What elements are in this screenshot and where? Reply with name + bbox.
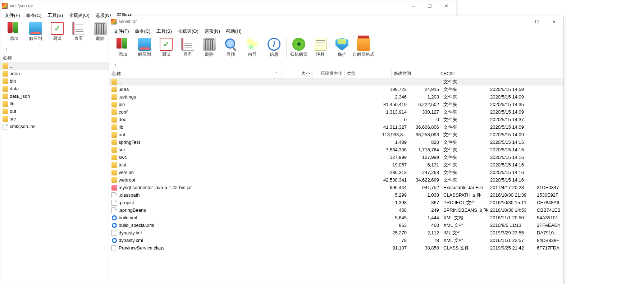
- toolbar-comment-button[interactable]: 注释: [310, 37, 331, 59]
- menu-item[interactable]: 命令(C): [23, 12, 45, 19]
- menu-item[interactable]: 选项(N): [201, 27, 223, 35]
- list-item[interactable]: .springBeans458249SPRINGBEANS 文件2016/10/…: [109, 206, 563, 214]
- titlebar[interactable]: xml2json.rar – ☐ ✕: [0, 0, 456, 11]
- col-name[interactable]: 名称▴: [109, 69, 282, 78]
- menu-item[interactable]: 帮助(H): [223, 27, 245, 35]
- file-modified: 2019/9/25 21:42: [488, 245, 535, 251]
- file-name: src: [119, 147, 125, 152]
- up-arrow-icon[interactable]: ↑: [5, 46, 8, 52]
- file-name: webroot: [119, 177, 135, 183]
- list-item[interactable]: .settings2,3461,203文件夹2020/5/15 14:09: [109, 93, 563, 101]
- file-icon: [111, 245, 117, 251]
- toolbar-extract-button[interactable]: 解压到: [25, 21, 46, 43]
- toolbar-del-button[interactable]: 删除: [198, 37, 220, 59]
- file-packed: 247,263: [409, 170, 441, 175]
- toolbar-find-button[interactable]: 查找: [220, 37, 242, 59]
- file-modified: 2020/5/15 14:15: [488, 147, 535, 152]
- list-item[interactable]: conf1,313,914330,127文件夹2020/5/15 14:09: [109, 108, 563, 116]
- col-modified[interactable]: 修改时间: [392, 69, 438, 78]
- menu-item[interactable]: 工具(S): [154, 27, 175, 35]
- list-item[interactable]: swc127,999127,999文件夹2020/5/15 14:16: [109, 154, 563, 161]
- up-arrow-icon[interactable]: ↑: [114, 62, 117, 68]
- toolbar-add-button[interactable]: 添加: [112, 37, 134, 59]
- col-crc[interactable]: CRC32: [438, 70, 467, 77]
- list-item[interactable]: webroot42,538,34134,622,699文件夹2020/5/15 …: [109, 176, 563, 184]
- minimize-button[interactable]: –: [512, 17, 529, 27]
- menu-item[interactable]: 收藏夹(O): [175, 27, 201, 35]
- list-item[interactable]: ..文件夹: [109, 78, 563, 86]
- minimize-button[interactable]: –: [405, 1, 421, 11]
- file-type: 文件夹: [441, 147, 488, 153]
- file-icon: [3, 124, 8, 129]
- list-item[interactable]: bin81,450,4106,222,502文件夹2020/5/15 14:35: [109, 101, 563, 108]
- list-item[interactable]: ProvinceService.class91,13738,858CLASS 文…: [109, 244, 563, 252]
- file-type: XML 文档: [441, 222, 488, 229]
- list-item[interactable]: test19,0576,131文件夹2020/5/15 14:16: [109, 161, 563, 169]
- list-item[interactable]: dynasty.iml25,2702,112IML 文件2019/3/29 23…: [109, 229, 563, 237]
- test-icon: [51, 22, 64, 35]
- toolbar-label: 查看: [183, 51, 192, 58]
- col-type[interactable]: 类型: [345, 69, 392, 78]
- list-item[interactable]: doc00文件夹2020/5/15 14:37: [109, 116, 563, 123]
- list-item[interactable]: springTest1,489820文件夹2020/5/15 14:15: [109, 138, 563, 146]
- toolbar-test-button[interactable]: 测试: [155, 37, 177, 59]
- add-icon: [8, 22, 20, 35]
- col-size[interactable]: 大小: [282, 69, 312, 78]
- menu-item[interactable]: 命令(C): [132, 27, 154, 35]
- file-name: build.xml: [119, 215, 137, 220]
- file-list[interactable]: ..文件夹.idea199,72324,915文件夹2020/5/15 14:5…: [109, 78, 563, 252]
- file-modified: 2020/5/15 14:16: [488, 162, 535, 168]
- col-packed[interactable]: 压缩后大小: [312, 69, 345, 78]
- list-item[interactable]: lib41,311,32736,606,806文件夹2020/5/15 14:0…: [109, 123, 563, 131]
- file-type: 文件夹: [441, 94, 488, 100]
- file-type: 文件夹: [441, 139, 488, 146]
- titlebar[interactable]: server.rar – ☐ ✕: [109, 16, 563, 27]
- toolbar-view-button[interactable]: 查看: [68, 21, 90, 43]
- toolbar-label: 保护: [338, 51, 346, 58]
- list-item[interactable]: .classpath5,2991,038CLASSPATH 文件2016/10/…: [109, 191, 563, 199]
- toolbar-test-button[interactable]: 测试: [46, 21, 68, 43]
- maximize-button[interactable]: ☐: [421, 1, 438, 11]
- toolbar-info-button[interactable]: i信息: [263, 37, 285, 59]
- maximize-button[interactable]: ☐: [529, 17, 545, 27]
- file-modified: 2016/11/1 20:50: [488, 215, 535, 220]
- list-item[interactable]: .project1,398367PROJECT 文件2016/10/30 15:…: [109, 199, 563, 206]
- file-type: IML 文件: [441, 230, 488, 236]
- folder-icon: [111, 132, 117, 138]
- toolbar-protect-button[interactable]: 保护: [331, 37, 353, 59]
- toolbar-virus-button[interactable]: 扫描病毒: [288, 37, 310, 59]
- folder-icon: [111, 124, 117, 130]
- file-crc: CF7848A6: [535, 200, 563, 205]
- toolbar-del-button[interactable]: 删除: [90, 21, 111, 43]
- list-item[interactable]: out113,993,8...96,258,093文件夹2020/5/15 14…: [109, 131, 563, 138]
- close-button[interactable]: ✕: [545, 17, 562, 27]
- file-packed: 6,222,502: [409, 102, 441, 107]
- list-item[interactable]: src7,534,3081,716,764文件夹2020/5/15 14:15: [109, 146, 563, 154]
- list-item[interactable]: .idea199,72324,915文件夹2020/5/15 14:59: [109, 86, 563, 93]
- toolbar-wiz-button[interactable]: 向导: [242, 37, 263, 59]
- toolbar-label: 注释: [316, 51, 325, 58]
- file-packed: 24,915: [409, 87, 441, 92]
- close-button[interactable]: ✕: [438, 1, 455, 11]
- toolbar-extract-button[interactable]: 解压到: [134, 37, 155, 59]
- list-item[interactable]: build_special.xml863460XML 文档2010/8/6 11…: [109, 221, 563, 229]
- list-item[interactable]: mysql-connector-java-5.1.42-bin.jar996,4…: [109, 184, 563, 191]
- file-name: .project: [119, 200, 134, 205]
- wiz-icon: [246, 38, 259, 51]
- file-type: 文件夹: [441, 162, 488, 168]
- list-item[interactable]: build.xml5,6451,444XML 文档2016/11/1 20:50…: [109, 214, 563, 221]
- toolbar-label: 添加: [119, 51, 127, 58]
- menu-item[interactable]: 文件(F): [2, 12, 23, 19]
- list-item[interactable]: dynasty.xml7878XML 文档2016/11/1 22:5784DB…: [109, 237, 563, 244]
- menu-item[interactable]: 收藏夹(O): [66, 12, 92, 19]
- file-packed: 820: [409, 139, 441, 145]
- toolbar-sfx-button[interactable]: 自解压格式: [353, 37, 374, 59]
- toolbar-add-button[interactable]: 添加: [3, 21, 25, 43]
- file-name: bin: [10, 78, 16, 84]
- list-item[interactable]: version286,313247,263文件夹2020/5/15 14:16: [109, 169, 563, 176]
- file-type: 文件夹: [441, 177, 488, 183]
- file-type: 文件夹: [441, 86, 488, 93]
- toolbar-view-button[interactable]: 查看: [177, 37, 198, 59]
- menu-item[interactable]: 文件(F): [111, 27, 132, 35]
- menu-item[interactable]: 工具(S): [45, 12, 66, 19]
